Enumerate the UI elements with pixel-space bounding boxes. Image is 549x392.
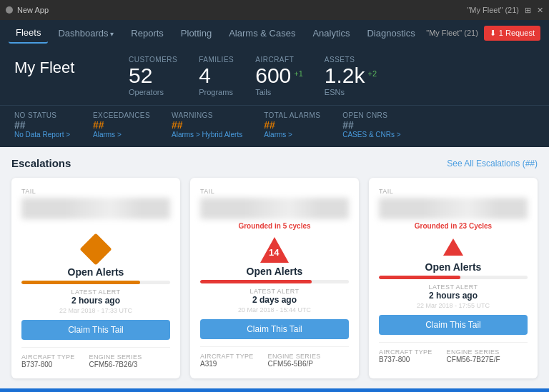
sub-stat-no-status-link[interactable]: No Data Report > — [14, 131, 71, 139]
card-1-footer: AIRCRAFT TYPE B737-800 ENGINE SERIES CFM… — [21, 347, 170, 368]
card-1-tail-blurred — [21, 198, 170, 219]
card-2-aircraft-value: A319 — [200, 360, 254, 368]
sub-stat-open-cnrs-label: OPEN CNRS — [342, 111, 400, 119]
card-1-progress — [21, 281, 170, 284]
sub-stats-row: NO STATUS ## No Data Report > EXCEEDANCE… — [0, 105, 549, 147]
sub-stat-exceedances-link[interactable]: Alarms > — [93, 131, 150, 139]
card-1-latest-time: 2 hours ago — [71, 296, 120, 306]
card-1-engine-value: CFM56-7B26/3 — [89, 361, 142, 368]
sub-stat-open-cnrs-link[interactable]: CASES & CNRs > — [342, 131, 400, 139]
card-3-date: 22 Mar 2018 - 17:55 UTC — [417, 302, 490, 309]
stat-aircraft-value: 600 — [255, 65, 291, 86]
stat-customers-value: 52 — [129, 65, 152, 86]
sub-stat-exceedances: EXCEEDANCES ## Alarms > — [93, 111, 150, 139]
card-3-latest-time: 2 hours ago — [429, 291, 478, 301]
card-1-aircraft-label: AIRCRAFT TYPE — [21, 353, 75, 361]
sub-stat-total-alarms-link[interactable]: Alarms > — [264, 131, 321, 139]
card-2-footer-left: AIRCRAFT TYPE A319 — [200, 353, 254, 368]
card-3-triangle-icon — [443, 238, 463, 256]
card-3-aircraft-value: B737-800 — [379, 356, 432, 363]
title-bar-right: "My Fleet" (21) ⊞ ✕ — [467, 6, 543, 15]
stat-families-label: FAMILIES — [199, 56, 234, 64]
card-3-open-alerts: Open Alerts — [425, 261, 482, 273]
request-btn-label: 1 Request — [499, 29, 535, 37]
card-1-claim-button[interactable]: Claim This Tail — [21, 320, 170, 340]
see-all-link[interactable]: See All Escalations (##) — [447, 159, 538, 169]
card-2-footer-right: ENGINE SERIES CFM56-5B6/P — [268, 353, 321, 368]
stat-customers: CUSTOMERS 52 Operators — [129, 56, 177, 96]
nav-diagnostics[interactable]: Diagnostics — [360, 24, 422, 43]
stat-assets-value: 1.2k — [325, 65, 365, 86]
card-3-aircraft-label: AIRCRAFT TYPE — [379, 348, 432, 356]
card-3-footer-right: ENGINE SERIES CFM56-7B27E/F — [447, 348, 500, 363]
stat-assets-label: ASSETS — [325, 56, 377, 64]
card-2-engine-value: CFM56-5B6/P — [268, 360, 321, 368]
sub-stat-total-alarms-value: ## — [264, 119, 321, 131]
nav-reports[interactable]: Reports — [124, 24, 171, 43]
stat-families-value: 4 — [199, 65, 234, 86]
title-bar: New App "My Fleet" (21) ⊞ ✕ — [0, 0, 549, 20]
sub-stat-warnings: WARNINGS ## Alarms > Hybrid Alerts — [172, 111, 242, 139]
download-icon: ⬇ — [490, 29, 496, 38]
fleet-badge-nav: "My Fleet" (21) — [426, 29, 478, 37]
card-2-latest-label: LATEST ALERT — [250, 288, 300, 295]
stat-aircraft-delta: +1 — [294, 69, 303, 78]
card-1-footer-right: ENGINE SERIES CFM56-7B26/3 — [89, 353, 142, 368]
card-1-latest-label: LATEST ALERT — [71, 288, 121, 296]
card-2-latest-time: 2 days ago — [252, 295, 297, 305]
card-2-aircraft-label: AIRCRAFT TYPE — [200, 353, 254, 360]
card-3-grounded: Grounded in 23 Cycles — [415, 222, 492, 230]
card-3-tag: TAIL — [379, 188, 393, 195]
app-title: New App — [17, 6, 467, 14]
sub-stat-exceedances-label: EXCEEDANCES — [93, 111, 150, 119]
sub-stat-no-status-label: NO STATUS — [14, 111, 71, 119]
stat-customers-label: CUSTOMERS — [129, 56, 177, 64]
card-3-progress-fill — [379, 276, 460, 279]
card-3-progress — [379, 276, 528, 279]
main-content: Escalations See All Escalations (##) TAI… — [0, 147, 549, 388]
escalations-title: Escalations — [11, 157, 71, 169]
hero-section: My Fleet CUSTOMERS 52 Operators FAMILIES… — [0, 46, 549, 105]
nav-analytics[interactable]: Analytics — [305, 24, 357, 43]
request-button[interactable]: ⬇ 1 Request — [484, 26, 540, 41]
card-1-tag: TAIL — [21, 188, 36, 195]
card-2-engine-label: ENGINE SERIES — [268, 353, 321, 360]
stat-aircraft-label: AIRCRAFT — [255, 56, 303, 64]
card-2-tail-blurred — [200, 198, 349, 219]
nav-fleets[interactable]: Fleets — [9, 23, 48, 44]
card-3-footer: AIRCRAFT TYPE B737-800 ENGINE SERIES CFM… — [379, 342, 528, 363]
card-2-footer: AIRCRAFT TYPE A319 ENGINE SERIES CFM56-5… — [200, 346, 349, 368]
stat-families: FAMILIES 4 Programs — [199, 56, 234, 96]
card-3-latest-label: LATEST ALERT — [429, 283, 478, 291]
nav-dashboards[interactable]: Dashboards — [51, 24, 121, 43]
stat-assets-delta: +2 — [368, 69, 377, 78]
sub-stat-no-status: NO STATUS ## No Data Report > — [14, 111, 71, 139]
sub-stat-open-cnrs-value: ## — [342, 119, 400, 131]
nav-plotting[interactable]: Plotting — [174, 24, 219, 43]
card-2-claim-button[interactable]: Claim This Tail — [200, 319, 349, 339]
fleet-title: My Fleet — [14, 56, 100, 77]
stat-assets-sub: ESNs — [325, 88, 377, 96]
sub-stat-exceedances-value: ## — [93, 119, 150, 131]
card-1-engine-label: ENGINE SERIES — [89, 353, 142, 361]
card-2-triangle-icon: 14 — [260, 237, 289, 263]
sub-stat-open-cnrs: OPEN CNRS ## CASES & CNRs > — [342, 111, 400, 139]
card-2-progress-fill — [200, 280, 312, 283]
nav-alarms[interactable]: Alarms & Cases — [222, 24, 302, 43]
stat-customers-sub: Operators — [129, 88, 177, 96]
card-3-engine-label: ENGINE SERIES — [447, 348, 500, 356]
stat-assets: ASSETS 1.2k +2 ESNs — [325, 56, 377, 96]
card-3-tail-blurred — [379, 198, 528, 219]
sub-stat-warnings-link[interactable]: Alarms > Hybrid Alerts — [172, 131, 242, 139]
card-1-aircraft-value: B737-800 — [21, 361, 75, 368]
window-icon-1: ⊞ — [525, 6, 531, 15]
window-icon-2: ✕ — [537, 6, 543, 15]
card-2-badge-num: 14 — [269, 247, 279, 258]
card-3-claim-button[interactable]: Claim This Tail — [379, 315, 528, 335]
card-3-engine-value: CFM56-7B27E/F — [447, 356, 500, 363]
stat-aircraft: AIRCRAFT 600 +1 Tails — [255, 56, 303, 96]
card-2-open-alerts: Open Alerts — [247, 266, 303, 277]
sub-stat-warnings-value: ## — [172, 119, 242, 131]
card-3-footer-left: AIRCRAFT TYPE B737-800 — [379, 348, 432, 363]
nav-bar: Fleets Dashboards Reports Plotting Alarm… — [0, 20, 549, 46]
